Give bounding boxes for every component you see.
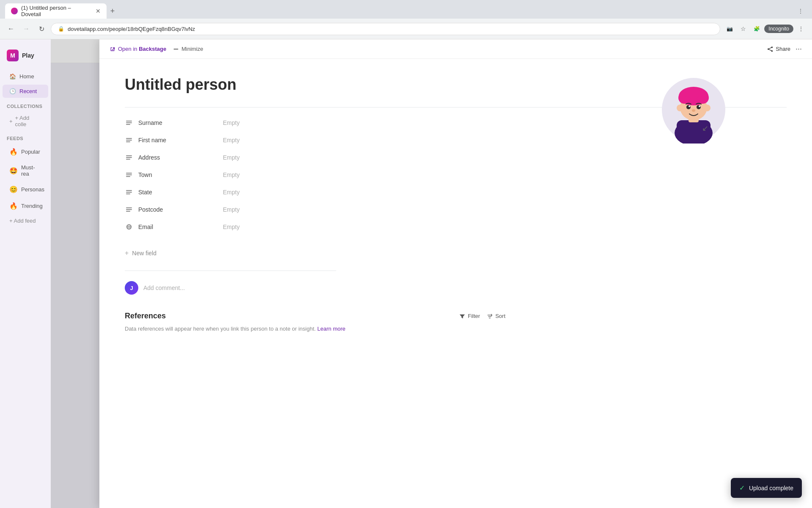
- camera-off-icon[interactable]: 📷: [724, 23, 735, 35]
- home-icon: 🏠: [9, 73, 16, 80]
- postcode-icon: [125, 205, 133, 214]
- main-area: A B 🔔 1 J: [51, 39, 812, 508]
- upload-check-icon: ✓: [739, 484, 745, 492]
- svg-point-21: [689, 105, 690, 107]
- sidebar-item-popular[interactable]: 🔥 Popular: [3, 144, 48, 159]
- backstage-text: Backstage: [139, 46, 166, 52]
- field-row-surname[interactable]: Surname Empty: [125, 114, 336, 132]
- field-row-email[interactable]: Email Empty: [125, 218, 336, 236]
- modal-header-right: Share ···: [767, 44, 802, 53]
- add-feed-button[interactable]: + Add feed: [3, 215, 48, 226]
- svg-rect-26: [126, 122, 132, 123]
- field-row-town[interactable]: Town Empty: [125, 166, 336, 184]
- recent-icon: 🕒: [9, 88, 16, 94]
- sidebar-item-must-read[interactable]: 🤩 Must-rea: [3, 161, 48, 180]
- field-row-postcode[interactable]: Postcode Empty: [125, 201, 336, 218]
- popular-icon: 🔥: [9, 148, 18, 156]
- minimize-icon: [173, 46, 179, 52]
- learn-more-link[interactable]: Learn more: [317, 326, 345, 332]
- svg-rect-40: [126, 207, 132, 208]
- share-button[interactable]: Share: [767, 46, 790, 52]
- state-value: Empty: [223, 189, 240, 196]
- tab-close-button[interactable]: ✕: [96, 8, 101, 14]
- sidebar-logo: M Play: [0, 46, 51, 65]
- commenter-avatar: J: [125, 281, 138, 295]
- town-value: Empty: [223, 171, 240, 178]
- more-options-button[interactable]: ···: [796, 44, 802, 53]
- feeds-section-label: Feeds: [0, 132, 51, 143]
- svg-rect-27: [126, 124, 130, 125]
- trending-label: Trending: [21, 203, 43, 209]
- chrome-menu-dots[interactable]: ⋮: [795, 23, 807, 35]
- svg-rect-30: [126, 141, 130, 142]
- sidebar: M Play 🏠 Home 🕒 Recent Collections + + A…: [0, 39, 51, 508]
- open-in-backstage-button[interactable]: Open in Backstage: [110, 46, 166, 52]
- lock-icon: 🔒: [58, 26, 64, 32]
- add-collection-button[interactable]: + + Add colle: [3, 112, 48, 130]
- svg-point-18: [704, 105, 710, 111]
- sidebar-recent-label: Recent: [19, 88, 37, 94]
- sort-button[interactable]: Sort: [487, 313, 505, 319]
- trending-icon: 🔥: [9, 202, 18, 210]
- bookmark-icon[interactable]: ☆: [737, 23, 749, 35]
- field-row-firstname[interactable]: First name Empty: [125, 132, 336, 149]
- chrome-menu-icon[interactable]: ⋮: [798, 8, 804, 14]
- comment-section: J Add comment...: [125, 281, 336, 295]
- must-read-label: Must-rea: [21, 164, 41, 177]
- references-actions: Filter Sort: [459, 313, 505, 319]
- email-label: Email: [138, 224, 223, 230]
- add-collection-icon: +: [9, 118, 13, 124]
- svg-rect-28: [126, 138, 132, 139]
- references-title: References: [125, 312, 166, 320]
- address-bar[interactable]: 🔒 dovetailapp.com/people/18rbQEgeFzq8nBG…: [51, 23, 720, 35]
- sidebar-item-trending[interactable]: 🔥 Trending: [3, 199, 48, 213]
- address-text: dovetailapp.com/people/18rbQEgeFzq8nBGqv…: [68, 26, 195, 32]
- browser-chrome: (1) Untitled person – Dovetail ✕ + ⋮ ← →…: [0, 0, 812, 39]
- field-row-address[interactable]: Address Empty: [125, 149, 336, 166]
- browser-tabs: (1) Untitled person – Dovetail ✕ + ⋮: [0, 0, 812, 19]
- address-value: Empty: [223, 154, 240, 161]
- field-row-state[interactable]: State Empty: [125, 184, 336, 201]
- share-icon: [767, 46, 773, 52]
- new-tab-button[interactable]: +: [107, 5, 118, 17]
- open-in-backstage-label: Open in Backstage: [118, 46, 166, 52]
- svg-point-22: [699, 105, 700, 107]
- minimize-button[interactable]: Minimize: [173, 46, 203, 52]
- extension-icon[interactable]: 🧩: [751, 23, 763, 35]
- sort-label: Sort: [495, 313, 505, 319]
- modal-content: ↙ Untitled person: [99, 59, 812, 508]
- reload-button[interactable]: ↻: [36, 23, 47, 35]
- personas-icon: 😊: [9, 185, 18, 193]
- sidebar-item-personas[interactable]: 😊 Personas: [3, 182, 48, 197]
- app-container: M Play 🏠 Home 🕒 Recent Collections + + A…: [0, 39, 812, 508]
- personas-label: Personas: [21, 186, 44, 193]
- svg-rect-25: [126, 121, 132, 121]
- svg-rect-42: [126, 211, 130, 212]
- modal-header: Open in Backstage Minimize: [99, 39, 812, 59]
- sidebar-item-recent[interactable]: 🕒 Recent: [3, 85, 48, 98]
- svg-line-4: [768, 47, 772, 49]
- plus-icon: +: [125, 249, 129, 257]
- sidebar-item-home[interactable]: 🏠 Home: [3, 70, 48, 83]
- active-tab[interactable]: (1) Untitled person – Dovetail ✕: [5, 3, 107, 19]
- svg-point-23: [692, 109, 695, 112]
- new-field-button[interactable]: + New field: [125, 246, 787, 260]
- toolbar-actions: 📷 ☆ 🧩 Incognito ⋮: [724, 23, 807, 35]
- email-icon: [125, 223, 133, 231]
- svg-rect-33: [126, 159, 130, 160]
- town-icon: [125, 171, 133, 179]
- comment-input[interactable]: Add comment...: [143, 284, 336, 291]
- firstname-icon: [125, 136, 133, 144]
- references-empty-text: Data references will appear here when yo…: [125, 326, 505, 332]
- filter-button[interactable]: Filter: [459, 313, 480, 319]
- svg-rect-0: [174, 49, 178, 50]
- sort-icon: [487, 313, 493, 319]
- forward-button[interactable]: →: [20, 23, 32, 35]
- svg-rect-36: [126, 176, 130, 177]
- back-button[interactable]: ←: [5, 23, 17, 35]
- upload-toast: ✓ Upload complete: [731, 478, 802, 498]
- svg-point-17: [677, 105, 683, 111]
- new-field-label: New field: [132, 250, 156, 257]
- share-label: Share: [776, 46, 790, 52]
- surname-label: Surname: [138, 119, 223, 126]
